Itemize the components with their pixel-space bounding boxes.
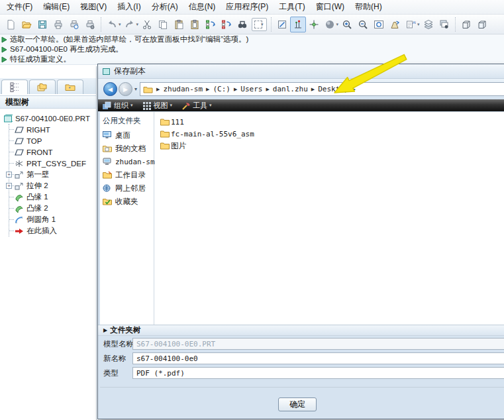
new-name-input[interactable] bbox=[132, 352, 504, 364]
cut-icon[interactable] bbox=[139, 17, 155, 32]
print-icon[interactable] bbox=[50, 17, 66, 32]
shaded-display-icon[interactable] bbox=[322, 17, 338, 32]
menu-file[interactable]: 文件(F) bbox=[1, 0, 38, 14]
file-row-pictures[interactable]: 图片 bbox=[160, 140, 504, 152]
zoom-out-icon[interactable] bbox=[355, 17, 371, 32]
tab-favorites[interactable]: * bbox=[57, 79, 83, 94]
menu-applications[interactable]: 应用程序(P) bbox=[221, 0, 274, 14]
type-value: PDF (*.pdf) bbox=[136, 369, 185, 378]
tree-item-insert-here[interactable]: 在此插入 bbox=[9, 225, 95, 236]
address-bar[interactable]: ▶ zhudan-sm ▶ (C:) ▶ Users ▶ danl.zhu ▶ … bbox=[140, 82, 504, 96]
window-icon[interactable] bbox=[458, 17, 474, 32]
sidebar-item-desktop[interactable]: 桌面 bbox=[100, 129, 154, 142]
menu-edit[interactable]: 编辑(E) bbox=[38, 0, 75, 14]
chevron-down-icon: ▾ bbox=[170, 103, 173, 108]
part-icon bbox=[3, 115, 13, 123]
navigator-tabs: * bbox=[0, 78, 96, 94]
new-name-row: 新名称 bbox=[98, 352, 504, 364]
redo-icon[interactable] bbox=[122, 17, 138, 32]
sidebar-item-network-places[interactable]: 网上邻居 bbox=[100, 182, 154, 195]
folder-tree-expander[interactable]: ▶ 文件夹树 bbox=[98, 325, 504, 336]
paste-special-icon[interactable] bbox=[187, 17, 203, 32]
new-file-icon[interactable] bbox=[3, 17, 19, 32]
tree-item-flange-1[interactable]: 凸缘 1 bbox=[9, 191, 95, 203]
selection-filter-combo[interactable]: ▾ bbox=[252, 18, 267, 31]
auto-regenerate-icon[interactable] bbox=[219, 17, 234, 32]
zoom-in-icon[interactable] bbox=[339, 17, 355, 32]
file-list: 111 fc-main-al-55v6_asm 图片 bbox=[155, 112, 504, 325]
tree-item-round-1[interactable]: 倒圆角 1 bbox=[9, 214, 95, 225]
tools-icon bbox=[181, 101, 191, 110]
tree-item-flange-2[interactable]: 凸缘 2 bbox=[9, 203, 95, 214]
open-icon[interactable] bbox=[19, 17, 34, 32]
sidebar-item-label: 工作目录 bbox=[115, 170, 146, 180]
crumb-desktop[interactable]: Desktop bbox=[318, 85, 348, 93]
menu-window[interactable]: 窗口(W) bbox=[311, 0, 350, 14]
tab-folder-browser[interactable] bbox=[29, 79, 56, 94]
file-row-fc-main[interactable]: fc-main-al-55v6_asm bbox=[160, 128, 504, 140]
window-active-icon[interactable] bbox=[474, 17, 490, 32]
tree-item-label: 第一壁 bbox=[26, 170, 50, 180]
menu-tools[interactable]: 工具(T) bbox=[274, 0, 310, 14]
annotation-icon[interactable]: AB bbox=[403, 17, 419, 32]
save-icon[interactable] bbox=[34, 17, 50, 32]
tree-item-extrude-2[interactable]: + 拉伸 2 bbox=[9, 180, 95, 191]
back-button[interactable]: ◀ bbox=[103, 82, 117, 96]
organize-menu[interactable]: 组织 ▾ bbox=[102, 101, 133, 111]
file-row-111[interactable]: 111 bbox=[160, 116, 504, 128]
menu-help[interactable]: 帮助(H) bbox=[350, 0, 387, 14]
ok-button[interactable]: 确定 bbox=[278, 397, 317, 411]
copy-icon[interactable] bbox=[155, 17, 171, 32]
crumb-c-drive[interactable]: (C:) bbox=[213, 85, 230, 93]
crumb-zhudan-sm[interactable]: zhudan-sm bbox=[163, 85, 203, 93]
dialog-title-bar[interactable]: 保存副本 bbox=[98, 64, 504, 79]
tools-menu[interactable]: 工具 ▾ bbox=[181, 101, 212, 111]
menu-view[interactable]: 视图(V) bbox=[75, 0, 112, 14]
menu-analysis[interactable]: 分析(A) bbox=[146, 0, 183, 14]
forward-button[interactable]: ▶ bbox=[119, 82, 132, 96]
model-name-label: 模型名称 bbox=[98, 339, 132, 349]
sidebar-item-favorites[interactable]: 收藏夹 bbox=[100, 195, 154, 208]
extrude-feature-icon bbox=[14, 182, 25, 190]
sidebar-item-working-directory[interactable]: 工作目录 bbox=[100, 168, 154, 182]
tree-item-csys[interactable]: PRT_CSYS_DEF bbox=[9, 158, 95, 169]
datum-plane-icon bbox=[14, 137, 25, 145]
sketcher-display-icon[interactable] bbox=[274, 17, 290, 32]
paste-icon[interactable] bbox=[171, 17, 187, 32]
crumb-users[interactable]: Users bbox=[240, 85, 262, 93]
file-name: fc-main-al-55v6_asm bbox=[171, 130, 254, 138]
datum-display-icon[interactable] bbox=[290, 17, 306, 32]
refit-icon[interactable] bbox=[371, 17, 387, 32]
view-manager-icon[interactable] bbox=[436, 17, 452, 32]
desktop-icon bbox=[103, 131, 113, 139]
spin-center-icon[interactable] bbox=[306, 17, 322, 32]
undo-icon[interactable] bbox=[104, 17, 120, 32]
crumb-separator-icon: ▶ bbox=[266, 87, 269, 92]
type-label: 类型 bbox=[98, 368, 132, 378]
tree-item-right[interactable]: RIGHT bbox=[9, 124, 95, 135]
wall-feature-icon bbox=[14, 171, 25, 179]
find-icon[interactable] bbox=[234, 17, 250, 32]
menu-info[interactable]: 信息(N) bbox=[183, 0, 221, 14]
tab-model-tree[interactable] bbox=[1, 79, 28, 94]
type-combobox[interactable]: PDF (*.pdf) bbox=[132, 367, 504, 379]
menu-insert[interactable]: 插入(I) bbox=[112, 0, 146, 14]
expand-icon[interactable]: + bbox=[6, 172, 12, 178]
print-preview-icon[interactable] bbox=[66, 17, 82, 32]
tree-item-top[interactable]: TOP bbox=[9, 135, 95, 146]
sidebar-item-my-documents[interactable]: 我的文档 bbox=[100, 142, 154, 155]
plotter-icon[interactable] bbox=[82, 17, 98, 32]
tree-item-front[interactable]: FRONT bbox=[9, 146, 95, 158]
expand-icon[interactable]: + bbox=[6, 183, 12, 189]
tree-item-first-wall[interactable]: + 第一壁 bbox=[9, 169, 95, 180]
history-dropdown-icon[interactable]: ▾ bbox=[134, 86, 137, 92]
crumb-danl-zhu[interactable]: danl.zhu bbox=[273, 85, 308, 93]
application-window: 文件(F) 编辑(E) 视图(V) 插入(I) 分析(A) 信息(N) 应用程序… bbox=[0, 0, 504, 420]
views-menu[interactable]: 视图 ▾ bbox=[142, 101, 173, 111]
regenerate-icon[interactable] bbox=[203, 17, 219, 32]
layers-icon[interactable] bbox=[421, 17, 436, 32]
reorient-icon[interactable] bbox=[387, 17, 403, 32]
sidebar-item-zhudan-sm[interactable]: zhudan-sm bbox=[100, 155, 154, 168]
common-folders-header: 公用文件夹 bbox=[100, 115, 154, 129]
tree-root-part[interactable]: S67-004100-0E0.PRT bbox=[3, 113, 95, 124]
